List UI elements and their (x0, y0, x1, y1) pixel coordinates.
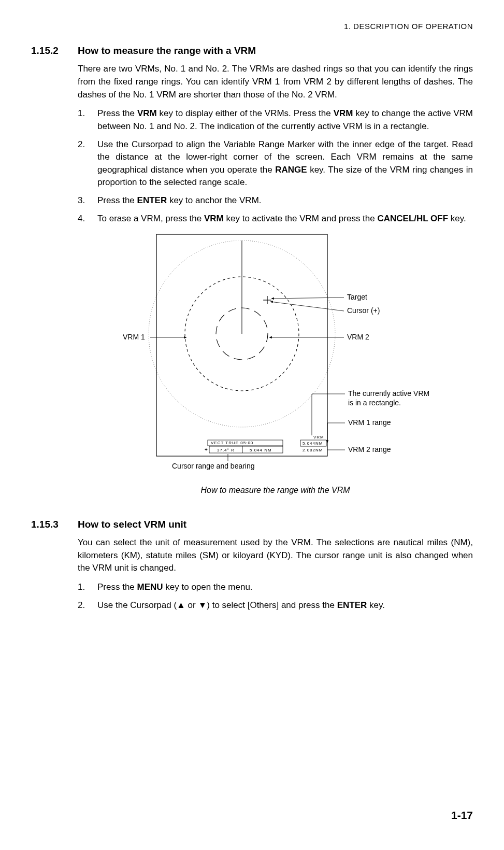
list-item: 1. Press the VRM key to display either o… (78, 107, 473, 133)
label-vrm2: VRM 2 (347, 333, 369, 341)
label-r1: VRM 1 range (348, 418, 391, 427)
label-cursor: Cursor (+) (347, 306, 380, 315)
intro-paragraph: You can select the unit of measurement u… (78, 536, 473, 575)
section-number: 1.15.3 (31, 517, 78, 617)
vect-label: VECT TRUE 05:00 (211, 441, 253, 445)
step-list: 1. Press the VRM key to display either o… (78, 107, 473, 225)
vrm-box-label: VRM (313, 435, 324, 440)
intro-paragraph: There are two VRMs, No. 1 and No. 2. The… (78, 63, 473, 101)
label-active-2: is in a rectangle. (348, 399, 401, 407)
section-number: 1.15.2 (31, 44, 78, 509)
vrm1-value: 5.044NM (303, 441, 323, 446)
page-number: 1-17 (451, 808, 473, 823)
figure-caption: How to measure the range with the VRM (78, 484, 473, 496)
label-r2: VRM 2 range (348, 445, 391, 454)
label-target: Target (347, 293, 367, 301)
list-item: 4. To erase a VRM, press the VRM key to … (78, 212, 473, 225)
bearing-deg: 37.4° R (217, 448, 235, 452)
section-1-15-2: 1.15.2 How to measure the range with a V… (31, 44, 473, 509)
list-item: 2. Use the Cursorpad (▲ or ▼) to select … (78, 599, 473, 612)
section-1-15-3: 1.15.3 How to select VRM unit You can se… (31, 517, 473, 617)
vrm2-value: 2.082NM (303, 448, 323, 452)
list-item: 3. Press the ENTER key to anchor the VRM… (78, 194, 473, 207)
label-vrm1: VRM 1 (123, 333, 145, 341)
section-title: How to measure the range with a VRM (78, 44, 473, 58)
list-item: 2. Use the Cursorpad to align the Variab… (78, 138, 473, 190)
svg-line-8 (270, 302, 344, 311)
page-header: 1. DESCRIPTION OF OPERATION (31, 21, 473, 32)
label-active-1: The currently active VRM (348, 389, 429, 398)
vrm-figure: Target Cursor (+) VRM 1 VRM 2 VECT TRUE … (78, 230, 473, 479)
step-list: 1. Press the MENU key to open the menu. … (78, 581, 473, 612)
list-item: 1. Press the MENU key to open the menu. (78, 581, 473, 594)
bearing-dist: 5.044 NM (250, 448, 272, 452)
svg-text:+: + (205, 447, 208, 452)
section-title: How to select VRM unit (78, 517, 473, 532)
label-crb: Cursor range and bearing (172, 462, 255, 470)
svg-line-7 (271, 298, 344, 299)
